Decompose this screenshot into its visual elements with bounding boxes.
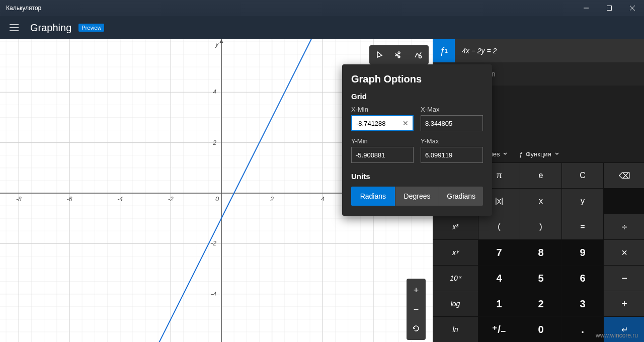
grid-heading: Grid [351,92,483,101]
zoom-out-button[interactable]: − [407,300,426,319]
maximize-button[interactable] [598,0,621,16]
app-title: Калькулятор [6,5,41,12]
key-rparen[interactable]: ) [520,214,561,239]
key-log[interactable]: log [433,291,478,316]
minimize-button[interactable] [575,0,598,16]
trace-tool-button[interactable] [371,47,388,62]
ymax-input[interactable]: 6.099119 [421,147,483,163]
svg-text:0: 0 [215,195,219,203]
mode-title: Graphing [30,22,71,34]
preview-badge: Preview [78,24,104,32]
units-degrees[interactable]: Degrees [395,187,440,206]
graph-options-popup: Graph Options Grid X-Min -8.741288 ✕ X-M… [342,64,492,216]
key-2[interactable]: 2 [520,291,561,316]
function-dropdown[interactable]: ƒ Функция [519,150,560,158]
key-backspace[interactable]: ⌫ [604,163,644,188]
xmin-input[interactable]: -8.741288 ✕ [351,115,414,131]
key-clear[interactable]: C [562,163,603,188]
key-ten-power[interactable]: 10ˣ [433,266,478,291]
xmax-label: X-Max [421,106,483,113]
zoom-reset-button[interactable] [407,319,426,338]
key-y[interactable]: y [562,189,603,214]
key-1[interactable]: 1 [478,291,520,316]
zoom-in-button[interactable]: + [407,281,426,300]
units-radians[interactable]: Radians [351,187,395,206]
ymin-label: Y-Min [351,137,414,145]
ymin-input[interactable]: -5.900881 [351,147,414,163]
key-plus[interactable]: + [604,291,644,316]
key-e[interactable]: e [520,163,561,188]
key-equals[interactable]: = [562,214,603,239]
function-expression[interactable]: 4x − 2y = 2 [455,47,497,55]
svg-text:y: y [215,40,219,48]
popup-title: Graph Options [351,73,483,85]
key-0[interactable]: 0 [520,317,561,342]
key-divide[interactable]: ÷ [604,214,644,239]
svg-text:-4: -4 [117,196,123,203]
key-8[interactable]: 8 [520,240,561,265]
svg-text:-8: -8 [16,196,22,203]
key-6[interactable]: 6 [562,266,603,291]
close-button[interactable] [621,0,644,16]
key-multiply[interactable]: × [604,240,644,265]
key-lparen[interactable]: ( [478,214,520,239]
function-tab-1[interactable]: ƒ1 [433,39,455,62]
clear-input-icon[interactable]: ✕ [403,119,409,127]
key-power[interactable]: xʸ [433,240,478,265]
key-x[interactable]: x [520,189,561,214]
share-button[interactable] [390,47,408,62]
key-7[interactable]: 7 [478,240,520,265]
svg-text:-6: -6 [67,196,72,203]
key-negate[interactable]: ⁺/₋ [478,317,520,342]
svg-text:2: 2 [212,139,216,146]
key-minus[interactable]: − [604,266,644,291]
key-4[interactable]: 4 [478,266,520,291]
units-gradians[interactable]: Gradians [439,187,483,206]
xmax-input[interactable]: 8.344805 [421,115,483,131]
key-ln[interactable]: ln [433,317,478,342]
svg-point-94 [419,56,422,58]
svg-text:4: 4 [321,196,325,203]
watermark: www.wincore.ru [596,332,638,339]
svg-text:-2: -2 [168,196,174,203]
key-5[interactable]: 5 [520,266,561,291]
key-3[interactable]: 3 [562,291,603,316]
hamburger-menu-button[interactable] [5,19,23,37]
units-heading: Units [351,172,483,181]
svg-text:4: 4 [213,89,216,96]
svg-text:-2: -2 [211,240,216,247]
key-cube[interactable]: x³ [433,214,478,239]
svg-text:-4: -4 [211,291,216,298]
zoom-controls: + − [407,279,426,340]
ymax-label: Y-Max [421,137,483,145]
key-9[interactable]: 9 [562,240,603,265]
svg-text:2: 2 [270,196,274,203]
graph-tool-strip [369,45,429,64]
xmin-label: X-Min [351,106,414,113]
graph-settings-button[interactable] [410,47,427,62]
svg-rect-1 [607,6,612,11]
